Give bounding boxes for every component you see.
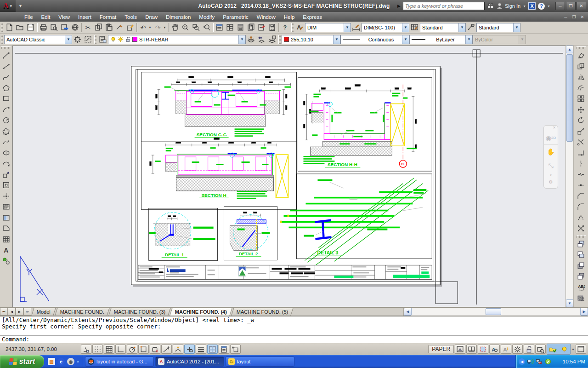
quick-view-layouts-button[interactable] — [455, 345, 465, 354]
mirror-button[interactable] — [576, 72, 587, 83]
tray-bulb-icon[interactable] — [559, 345, 570, 354]
break-button[interactable] — [576, 169, 587, 180]
minimize-button[interactable]: ─ — [555, 2, 565, 10]
toolbar-grip[interactable] — [94, 35, 96, 44]
layer-previous-button[interactable] — [256, 34, 267, 45]
quick-properties-toggle[interactable] — [219, 345, 229, 354]
menu-format[interactable]: Format — [96, 14, 120, 20]
copy-clip-button[interactable] — [93, 23, 104, 33]
sheet-set-manager-button[interactable] — [246, 23, 256, 33]
publish-button[interactable] — [59, 23, 70, 33]
make-object-layer-current-button[interactable] — [246, 34, 256, 45]
blend-curves-button[interactable] — [576, 213, 587, 224]
trim-button[interactable] — [576, 137, 587, 148]
send-under-objects-button[interactable] — [576, 271, 587, 282]
menu-tools[interactable]: Tools — [120, 14, 141, 20]
navbar-more-caret-icon[interactable]: ▾ — [544, 172, 558, 178]
menu-modify[interactable]: Modify — [195, 14, 219, 20]
search-input[interactable] — [403, 2, 485, 10]
save-button[interactable] — [25, 23, 36, 33]
exchange-apps-icon[interactable]: X — [528, 2, 536, 10]
doc-minimize-button[interactable]: ─ — [562, 13, 570, 20]
gradient-button[interactable] — [0, 213, 11, 224]
block-editor-button[interactable] — [125, 23, 136, 33]
chevron-down-icon[interactable]: ▼ — [402, 35, 409, 44]
clean-screen-button[interactable] — [576, 345, 586, 354]
make-block-button[interactable] — [0, 180, 11, 191]
command-window[interactable]: [All/Center/Dynamic/Extents/Previous/Sca… — [0, 316, 588, 343]
3d-dwf-button[interactable] — [70, 23, 80, 33]
lineweight-select[interactable]: ByLayer▼ — [409, 35, 473, 44]
lineweight-toggle[interactable] — [196, 345, 206, 354]
workspace-select[interactable]: AutoCAD Classic▼ — [4, 35, 72, 44]
markup-set-manager-button[interactable] — [256, 23, 267, 33]
last-tab-icon[interactable]: ⏭ — [23, 308, 31, 316]
menu-insert[interactable]: Insert — [74, 14, 96, 20]
layer-properties-button[interactable] — [97, 34, 108, 45]
send-to-back-button[interactable] — [576, 249, 587, 260]
zoom-previous-button[interactable] — [201, 23, 212, 33]
zoom-window-button[interactable] — [191, 23, 201, 33]
restore-button[interactable]: ❐ — [566, 2, 576, 10]
plot-preview-button[interactable] — [49, 23, 59, 33]
ellipse-arc-button[interactable] — [0, 158, 11, 169]
scroll-right-icon[interactable]: ▶ — [580, 308, 588, 316]
layer-select[interactable]: STR-REBAR▼ — [108, 35, 246, 44]
workspace-settings-button[interactable] — [72, 34, 83, 45]
send-hatch-to-back-button[interactable] — [576, 293, 587, 304]
explode-button[interactable] — [576, 223, 587, 234]
text-style-select[interactable]: DIM▼ — [305, 23, 351, 32]
pan-hand-icon[interactable]: ✋ — [544, 145, 558, 159]
construction-line-button[interactable] — [0, 61, 11, 72]
start-button[interactable]: start — [0, 355, 44, 368]
workspace-switching-gear-icon[interactable] — [512, 345, 523, 354]
vertical-scroll-thumb[interactable] — [566, 54, 573, 142]
doc-restore-button[interactable]: ❐ — [570, 13, 578, 20]
task-browser-window[interactable]: 🦊 layout in autocad - G... — [85, 356, 154, 367]
tab-machine-found[interactable]: MACHINE FOUND. — [55, 308, 109, 316]
snap-mode-toggle[interactable] — [92, 345, 103, 354]
tray-caret-icon[interactable]: ▼ — [571, 348, 575, 351]
paper-model-toggle[interactable]: PAPER — [428, 345, 454, 353]
wireless-network-icon[interactable] — [527, 358, 534, 365]
media-player-icon[interactable]: ◉ — [67, 358, 74, 365]
doc-close-button[interactable]: ✕ — [578, 13, 586, 20]
chevron-down-icon[interactable]: ▼ — [402, 23, 409, 32]
erase-button[interactable] — [576, 50, 587, 61]
menu-edit[interactable]: Edit — [37, 14, 55, 20]
scroll-up-icon[interactable]: ▲ — [566, 46, 573, 53]
3d-object-snap-toggle[interactable] — [150, 345, 160, 354]
scroll-down-icon[interactable]: ▼ — [566, 299, 573, 307]
dim-style-select[interactable]: DIM(SC- 100)▼ — [362, 23, 409, 32]
pan-button[interactable] — [170, 23, 180, 33]
tool-palettes-button[interactable] — [235, 23, 246, 33]
dynamic-input-toggle[interactable] — [184, 345, 195, 354]
menu-draw[interactable]: Draw — [141, 14, 162, 20]
horizontal-scrollbar[interactable]: ◀ ▶ — [403, 308, 588, 316]
horizontal-scroll-thumb[interactable] — [486, 308, 501, 315]
show-desktop-icon[interactable]: ▨ — [48, 358, 55, 365]
extend-button[interactable] — [576, 148, 587, 159]
table-button[interactable] — [0, 234, 11, 245]
quick-access-caret-icon[interactable]: ▼ — [18, 4, 23, 8]
close-button[interactable]: ✕ — [577, 2, 586, 10]
offset-button[interactable] — [576, 83, 587, 94]
rotate-button[interactable] — [576, 115, 587, 126]
line-button[interactable] — [0, 50, 11, 61]
dynamic-ucs-toggle[interactable] — [173, 345, 183, 354]
menu-dimension[interactable]: Dimension — [162, 14, 195, 20]
designcenter-button[interactable] — [225, 23, 235, 33]
zoom-extents-icon[interactable]: ⤡ — [544, 159, 558, 172]
multileader-style-select[interactable]: Standard▼ — [476, 23, 520, 32]
chevron-down-icon[interactable]: ▼ — [344, 23, 351, 32]
chevron-down-icon[interactable]: ▼ — [238, 35, 245, 44]
object-snap-tracking-toggle[interactable] — [161, 345, 172, 354]
polyline-button[interactable] — [0, 72, 11, 83]
selection-cycling-toggle[interactable] — [230, 345, 241, 354]
match-properties-button[interactable] — [114, 23, 125, 33]
grid-display-toggle[interactable] — [104, 345, 114, 354]
join-button[interactable] — [576, 180, 587, 191]
menu-express[interactable]: Express — [299, 14, 326, 20]
menu-parametric[interactable]: Parametric — [219, 14, 253, 20]
help-caret-icon[interactable]: ▼ — [547, 5, 550, 8]
